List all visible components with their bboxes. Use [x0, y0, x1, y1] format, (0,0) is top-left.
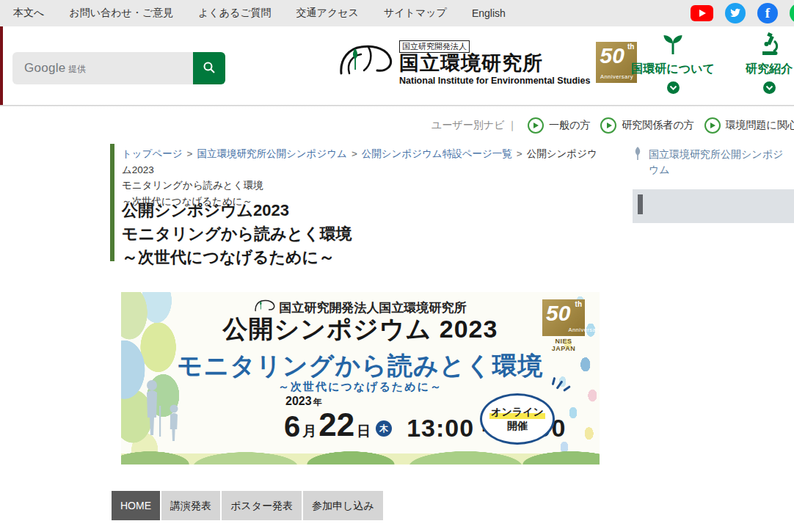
right-sidebar: 国立環境研究所公開シンポジウム	[633, 147, 794, 223]
contact-link[interactable]: お問い合わせ・ご意見	[69, 7, 173, 20]
site-logo[interactable]: 国立研究開発法人 国立環境研究所 National Institute for …	[339, 39, 637, 86]
nies-logo-mark-icon	[339, 41, 393, 84]
breadcrumb-current: 公開シンポジウム2023	[122, 148, 597, 175]
access-link[interactable]: 交通アクセス	[296, 7, 359, 20]
sidebar-panel-marker	[638, 194, 643, 214]
org-type-label: 国立研究開発法人	[399, 40, 470, 53]
header-divider	[0, 105, 794, 106]
top-utility-bar: 本文へ お問い合わせ・ご意見 よくあるご質問 交通アクセス サイトマップ Eng…	[0, 0, 794, 26]
org-name-en: National Institute for Environmental Stu…	[399, 76, 590, 86]
header-nav-research[interactable]: 研究紹介	[740, 32, 794, 94]
play-circle-icon	[528, 117, 544, 134]
page-title: 公開シンポジウム2023 モニタリングから読みとく環境 ～次世代につなげるために…	[122, 199, 606, 269]
social-links: f	[691, 0, 794, 26]
skip-to-content-link[interactable]: 本文へ	[13, 7, 44, 20]
site-header: Google 提供 国立研究開発法人 国立環境研究所 National Inst…	[0, 26, 794, 105]
sprout-icon	[662, 32, 684, 59]
banner-heading: モニタリングから読みとく環境	[121, 349, 600, 383]
user-nav-interested[interactable]: 環境問題に関心のある方	[704, 117, 794, 134]
user-type-nav: ユーザー別ナビ ｜ 一般の方 研究関係者の方 環境問題に関心のある方	[431, 117, 794, 134]
user-nav-general[interactable]: 一般の方	[528, 117, 590, 134]
tab-home[interactable]: HOME	[112, 491, 160, 520]
user-nav-researchers[interactable]: 研究関係者の方	[600, 117, 693, 134]
twitter-icon[interactable]	[725, 3, 746, 23]
left-edge-accent	[0, 26, 3, 105]
facebook-icon[interactable]: f	[757, 3, 778, 23]
sitemap-link[interactable]: サイトマップ	[384, 7, 447, 20]
microscope-icon	[759, 32, 779, 59]
sidebar-panel[interactable]	[633, 189, 794, 223]
tab-lectures[interactable]: 講演発表	[161, 491, 220, 520]
english-link[interactable]: English	[472, 7, 506, 19]
tree-icon	[633, 147, 643, 178]
org-name: 国立環境研究所	[399, 53, 590, 75]
page-tabs: HOME 講演発表 ポスター発表 参加申し込み	[112, 491, 383, 520]
breadcrumb-link-home[interactable]: トップページ	[122, 148, 183, 159]
line-icon[interactable]	[790, 3, 794, 23]
banner-title: 公開シンポジウム 2023	[121, 313, 600, 346]
banner-subtitle: ～次世代につなげるために～	[121, 380, 600, 394]
sidebar-item-symposium[interactable]: 国立環境研究所公開シンポジウム	[633, 147, 790, 178]
tab-posters[interactable]: ポスター発表	[222, 491, 302, 520]
play-circle-icon	[704, 117, 721, 134]
header-nav-about[interactable]: 国環研について	[625, 32, 721, 94]
symposium-banner: 国立研究開発法人国立環境研究所 公開シンポジウム 2023 50 th Anni…	[121, 292, 600, 464]
chevron-down-icon	[763, 81, 776, 94]
title-accent-bar	[110, 144, 114, 261]
play-circle-icon	[600, 117, 616, 134]
banner-anniversary-badge: 50 th Anniversary NIES JAPAN	[542, 299, 585, 352]
utility-links: 本文へ お問い合わせ・ご意見 よくあるご質問 交通アクセス サイトマップ Eng…	[13, 7, 506, 20]
breadcrumb-link-special-pages[interactable]: 公開シンポジウム特設ページ一覧	[362, 148, 512, 159]
user-nav-label: ユーザー別ナビ ｜	[431, 119, 517, 132]
online-badge: オンライン 開催	[480, 393, 555, 445]
search-placeholder[interactable]: Google 提供	[24, 61, 193, 76]
youtube-icon[interactable]	[691, 5, 713, 21]
search-icon	[203, 61, 216, 76]
weekday-badge: 木	[376, 420, 392, 437]
breadcrumb-current: モニタリングから読みとく環境	[122, 178, 606, 194]
breadcrumb-link-symposium[interactable]: 国立環境研究所公開シンポジウム	[197, 148, 346, 159]
tab-registration[interactable]: 参加申し込み	[303, 491, 383, 520]
search-button[interactable]	[193, 52, 225, 84]
faq-link[interactable]: よくあるご質問	[198, 7, 272, 20]
logo-text: 国立研究開発法人 国立環境研究所 National Institute for …	[399, 39, 590, 86]
chevron-down-icon	[667, 81, 680, 94]
site-search[interactable]: Google 提供	[12, 52, 225, 84]
